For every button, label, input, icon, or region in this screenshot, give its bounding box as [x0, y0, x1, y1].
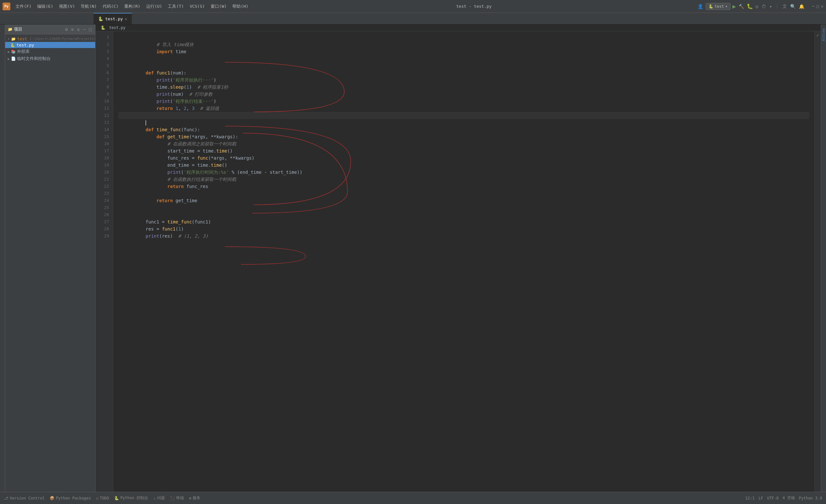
tab-close-button[interactable]: ✕: [125, 17, 127, 21]
project-label: test: [17, 37, 27, 41]
check-icon: ✓: [816, 33, 819, 38]
version-control-btn[interactable]: ⎇ Version Control: [4, 496, 45, 500]
code-line-15[interactable]: # 在函数调用之前获取一个时间戳: [118, 133, 809, 140]
tab-test-py[interactable]: 🐍 test.py ✕: [94, 13, 132, 24]
project-settings-btn[interactable]: ⚙: [64, 26, 69, 32]
python-version[interactable]: Python 3.9: [799, 496, 822, 500]
line-num-29: 29: [96, 233, 109, 240]
encoding[interactable]: UTF-8: [767, 496, 779, 500]
code-line-8[interactable]: print(num) # 打印参数: [118, 83, 809, 90]
cursor-position[interactable]: 12:1: [745, 496, 755, 500]
code-line-17[interactable]: func_res = func(*args, **kwargs): [118, 147, 809, 154]
menu-edit[interactable]: 编辑(E): [35, 2, 56, 11]
line-num-4: 4: [96, 55, 109, 62]
terminal-btn[interactable]: ⬛ 终端: [170, 495, 184, 501]
project-minimize-btn[interactable]: □: [88, 26, 93, 32]
breadcrumb-file[interactable]: test.py: [109, 25, 125, 30]
project-collapse-btn[interactable]: ≡: [70, 26, 74, 32]
line-num-12: 12: [96, 112, 109, 119]
menu-help[interactable]: 帮助(H): [230, 2, 251, 11]
search-icon[interactable]: 🔍: [789, 3, 796, 10]
notifications-icon[interactable]: 🔔: [798, 3, 805, 10]
code-line-12[interactable]: [118, 112, 809, 119]
todo-btn[interactable]: ☑ TODO: [96, 496, 109, 500]
close-button[interactable]: ✕: [821, 4, 823, 9]
vcs-label: Version Control: [10, 496, 45, 500]
python-packages-btn[interactable]: 📦 Python Packages: [50, 496, 91, 500]
editor-area: 🐍 test.py 1 2 3 4 5 6 7 8 9 10 11 12 13 …: [96, 24, 821, 492]
code-line-25[interactable]: [118, 204, 809, 211]
menu-refactor[interactable]: 重构(R): [122, 2, 142, 11]
ai-view-icon[interactable]: AIView: [821, 27, 826, 43]
menu-window[interactable]: 窗口(W): [208, 2, 229, 11]
terminal-icon: ⬛: [170, 496, 175, 500]
indent[interactable]: 4 空格: [782, 495, 795, 501]
debug-button[interactable]: 🐛: [747, 3, 753, 9]
code-line-1[interactable]: # 导入 time模块: [118, 34, 809, 41]
menu-view[interactable]: 视图(V): [56, 2, 77, 11]
code-line-27[interactable]: res = func1(1): [118, 218, 809, 226]
project-hide-btn[interactable]: −: [82, 26, 86, 32]
code-line-16[interactable]: start_time = time.time(): [118, 140, 809, 147]
line-separator[interactable]: LF: [759, 496, 763, 500]
code-line-7[interactable]: time.sleep(1) # 程序阻塞1秒: [118, 76, 809, 83]
code-line-24[interactable]: [118, 197, 809, 204]
tree-item-project[interactable]: ▾ 📁 test C:\Users\13600\PycharmProjects\…: [5, 36, 95, 42]
user-icon[interactable]: 👤: [697, 3, 704, 10]
project-tool-icon[interactable]: 项目: [0, 24, 5, 28]
menu-navigate[interactable]: 导航(N): [78, 2, 99, 11]
run-configuration[interactable]: 🐍 test ▾: [706, 3, 730, 10]
code-line-26[interactable]: func1 = time_func(func1): [118, 211, 809, 218]
code-line-13[interactable]: def time_func(func):: [118, 119, 809, 126]
menu-run[interactable]: 运行(U): [143, 2, 165, 11]
tree-item-external-libs[interactable]: ▶ 📚 外部库: [5, 48, 95, 55]
code-line-2[interactable]: import time: [118, 41, 809, 48]
code-line-22[interactable]: [118, 183, 809, 190]
window-title: test - test.py: [251, 4, 697, 9]
code-line-5[interactable]: def func1(num):: [118, 62, 809, 69]
run-config-dropdown-icon: ▾: [725, 4, 727, 9]
code-line-6[interactable]: print('程序开始执行···'): [118, 69, 809, 76]
code-line-3[interactable]: [118, 48, 809, 55]
minimize-button[interactable]: ─: [812, 4, 815, 9]
tree-item-test-py[interactable]: 🐍 test.py: [5, 42, 95, 48]
maximize-button[interactable]: □: [816, 4, 819, 9]
line-num-8: 8: [96, 83, 109, 90]
tree-item-temp-files[interactable]: ▶ 📄 临时文件和控制台: [5, 55, 95, 62]
code-line-4[interactable]: [118, 55, 809, 62]
run-button[interactable]: ▶: [732, 3, 736, 10]
code-line-11[interactable]: [118, 105, 809, 112]
code-line-20[interactable]: # 在函数执行结束获取一个时间戳: [118, 169, 809, 176]
profile-button[interactable]: ⏱: [761, 3, 767, 10]
problems-label: 问题: [157, 495, 165, 501]
build-button[interactable]: 🔨: [738, 3, 745, 10]
problems-btn[interactable]: ⚠ 问题: [153, 495, 165, 501]
line-num-14: 14: [96, 126, 109, 133]
todo-label: TODO: [100, 496, 109, 500]
menu-code[interactable]: 代码(C): [100, 2, 121, 11]
right-activity-bar: AIView: [821, 24, 826, 492]
code-line-10[interactable]: return 1, 2, 3 # 返回值: [118, 98, 809, 105]
python-console-btn[interactable]: 🐍 Python 控制台: [114, 495, 149, 501]
code-line-9[interactable]: print('程序执行结束···'): [118, 90, 809, 98]
line-num-13: 13: [96, 119, 109, 126]
right-gutter: ✓: [814, 31, 821, 492]
translate-icon[interactable]: 文: [782, 3, 787, 10]
code-line-28[interactable]: print(res) # (1, 2, 3): [118, 226, 809, 233]
menu-tools[interactable]: 工具(T): [165, 2, 186, 11]
menu-file[interactable]: 文件(F): [13, 2, 34, 11]
line-num-27: 27: [96, 218, 109, 226]
coverage-button[interactable]: ◎: [755, 3, 759, 10]
project-sort-btn[interactable]: ⇅: [76, 26, 81, 32]
line-num-21: 21: [96, 176, 109, 183]
menu-vcs[interactable]: VCS(S): [187, 3, 208, 10]
code-line-23[interactable]: return get_time: [118, 190, 809, 197]
code-line-29[interactable]: [118, 233, 809, 240]
services-btn[interactable]: ⚙ 服务: [189, 495, 200, 501]
code-line-18[interactable]: end_time = time.time(): [118, 154, 809, 162]
code-content[interactable]: ▾ ▾ ▾ ▾ # 导入 time模块 import time: [113, 31, 814, 492]
code-line-19[interactable]: print('程序执行时间为:%s' % (end_time - start_t…: [118, 162, 809, 169]
code-line-14[interactable]: def get_time(*args, **kwargs):: [118, 126, 809, 133]
code-line-21[interactable]: return func_res: [118, 176, 809, 183]
more-run-options[interactable]: ▾: [769, 3, 772, 10]
